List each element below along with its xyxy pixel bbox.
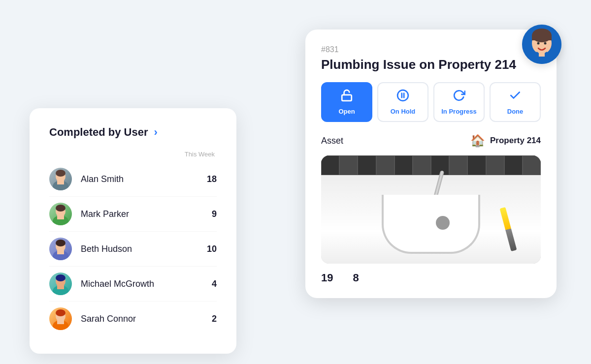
svg-rect-7	[57, 215, 64, 219]
on-hold-label: On Hold	[391, 108, 416, 115]
svg-rect-3	[57, 181, 64, 184]
completed-by-user-card: Completed by User › This Week Alan Smith…	[30, 108, 236, 354]
user-row[interactable]: Beth Hudson 10	[49, 232, 217, 267]
svg-point-13	[56, 274, 66, 281]
user-count: 18	[202, 174, 217, 184]
avatar	[49, 238, 72, 260]
on-hold-icon	[396, 89, 409, 105]
user-row[interactable]: Sarah Connor 2	[49, 302, 217, 336]
bottom-stats: 198	[321, 272, 541, 284]
user-count: 10	[202, 244, 217, 254]
asset-value-wrap: 🏠 Property 214	[470, 134, 541, 148]
ticket-title: Plumbing Issue on Property 214	[321, 57, 541, 72]
svg-point-9	[56, 240, 66, 246]
open-label: Open	[338, 108, 355, 115]
user-name: Michael McGrowth	[81, 279, 202, 289]
done-label: Done	[507, 108, 524, 115]
work-order-image	[321, 155, 541, 264]
user-count: 4	[202, 279, 217, 289]
chevron-right-icon[interactable]: ›	[154, 126, 158, 139]
work-order-card: #831 Plumbing Issue on Property 214 Open…	[305, 30, 557, 298]
status-btn-on-hold[interactable]: On Hold	[377, 82, 428, 122]
stat-stat2: 8	[353, 272, 359, 284]
svg-rect-11	[57, 250, 64, 254]
tile-row	[321, 155, 541, 175]
avatar	[49, 168, 72, 190]
svg-point-21	[397, 90, 408, 101]
user-name: Alan Smith	[81, 174, 202, 184]
in-progress-label: In Progress	[441, 108, 477, 115]
user-row[interactable]: Alan Smith 18	[49, 162, 217, 197]
asset-label: Asset	[321, 136, 343, 146]
card-header: Completed by User ›	[49, 126, 217, 139]
stat-stat1: 19	[321, 272, 333, 284]
svg-point-5	[56, 205, 66, 212]
scene: Completed by User › This Week Alan Smith…	[0, 0, 591, 364]
avatar	[49, 273, 72, 295]
svg-point-28	[537, 42, 540, 45]
status-btn-in-progress[interactable]: In Progress	[433, 82, 485, 122]
profile-avatar[interactable]	[522, 25, 561, 64]
done-icon	[509, 89, 522, 105]
user-row[interactable]: Michael McGrowth 4	[49, 267, 217, 302]
user-name: Sarah Connor	[81, 314, 202, 324]
avatar	[49, 307, 72, 330]
svg-rect-30	[539, 52, 545, 57]
svg-rect-19	[57, 320, 64, 324]
sink-bowl	[382, 195, 480, 254]
user-name: Beth Hudson	[81, 244, 202, 254]
svg-point-29	[544, 42, 547, 45]
avatar	[49, 203, 72, 225]
asset-value: Property 214	[490, 136, 541, 146]
svg-point-1	[56, 170, 66, 177]
svg-rect-15	[57, 285, 64, 289]
status-buttons: Open On Hold In Progress Done	[321, 82, 541, 122]
ticket-number: #831	[321, 45, 541, 54]
asset-row: Asset 🏠 Property 214	[321, 134, 541, 148]
user-row[interactable]: Mark Parker 9	[49, 197, 217, 232]
week-label: This Week	[49, 151, 217, 158]
status-btn-done[interactable]: Done	[490, 82, 541, 122]
card-title: Completed by User	[49, 126, 148, 139]
user-name: Mark Parker	[81, 209, 202, 219]
drain	[436, 216, 450, 230]
svg-rect-20	[342, 95, 352, 101]
user-list: Alan Smith 18 Mark Parker 9	[49, 162, 217, 336]
user-count: 9	[202, 209, 217, 219]
svg-rect-27	[532, 35, 552, 40]
user-count: 2	[202, 314, 217, 324]
property-icon: 🏠	[470, 134, 485, 148]
status-btn-open[interactable]: Open	[321, 82, 372, 122]
open-icon	[340, 89, 353, 105]
svg-point-17	[56, 309, 66, 316]
in-progress-icon	[453, 89, 465, 105]
screwdriver	[500, 207, 517, 251]
